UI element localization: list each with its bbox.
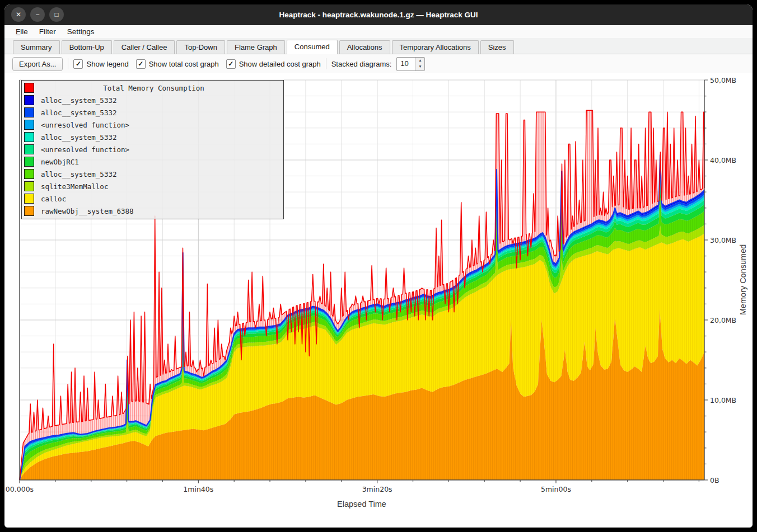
legend-label: rawNewObj__system_6388 — [41, 207, 134, 215]
maximize-button[interactable]: □ — [49, 7, 64, 22]
legend-item: calloc — [22, 192, 283, 205]
show-detailed-cost-graph-checkbox[interactable]: ✓Show detailed cost graph — [226, 59, 321, 69]
legend-label: alloc__system_5332 — [41, 133, 116, 142]
legend-swatch-icon — [24, 95, 34, 105]
legend-swatch-icon — [24, 194, 34, 204]
legend-item: <unresolved function> — [22, 119, 283, 131]
svg-text:5min00s: 5min00s — [541, 485, 571, 493]
legend-swatch-icon — [24, 83, 34, 93]
svg-text:00.000s: 00.000s — [6, 485, 34, 493]
svg-text:1min40s: 1min40s — [183, 485, 213, 493]
checkbox-group: ✓Show legend✓Show total cost graph✓Show … — [73, 59, 320, 69]
svg-text:30,0MB: 30,0MB — [710, 236, 736, 244]
toolbar-separator — [68, 58, 68, 69]
legend-label: alloc__system_5332 — [41, 170, 116, 178]
window-controls: ✕ − □ — [11, 7, 64, 22]
legend-swatch-icon — [24, 157, 34, 167]
spinner-value[interactable]: 10 — [397, 58, 415, 70]
tab-temporary-allocations[interactable]: Temporary Allocations — [392, 40, 479, 54]
svg-text:40,0MB: 40,0MB — [710, 156, 736, 164]
tab-summary[interactable]: Summary — [13, 40, 60, 54]
tab-caller-callee[interactable]: Caller / Callee — [114, 40, 175, 54]
checkmark-icon: ✓ — [136, 59, 146, 69]
tab-bar: SummaryBottom-UpCaller / CalleeTop-DownF… — [4, 38, 753, 54]
show-total-cost-graph-checkbox[interactable]: ✓Show total cost graph — [136, 59, 219, 69]
svg-text:50,0MB: 50,0MB — [710, 76, 736, 84]
svg-text:3min20s: 3min20s — [362, 485, 392, 493]
chart-legend: Total Memory Consumptionalloc__system_53… — [21, 80, 284, 219]
checkbox-label: Show legend — [86, 60, 128, 68]
menu-item-settings[interactable]: Settings — [62, 26, 100, 37]
tab-flame-graph[interactable]: Flame Graph — [227, 40, 285, 54]
legend-item: rawNewObj__system_6388 — [22, 205, 283, 217]
toolbar-separator — [326, 58, 326, 69]
svg-text:20,0MB: 20,0MB — [710, 316, 736, 324]
legend-label: alloc__system_5332 — [41, 96, 116, 105]
legend-label: <unresolved function> — [41, 121, 129, 129]
legend-item: alloc__system_5332 — [22, 131, 283, 143]
svg-text:10,0MB: 10,0MB — [710, 396, 736, 404]
checkmark-icon: ✓ — [226, 59, 236, 69]
legend-swatch-icon — [24, 120, 34, 130]
checkbox-label: Show detailed cost graph — [239, 60, 321, 68]
legend-item: Total Memory Consumption — [22, 82, 283, 94]
consumed-chart-panel: 00.000s1min40s3min20s5min00s0B10,0MB20,0… — [4, 73, 753, 528]
tab-top-down[interactable]: Top-Down — [176, 40, 225, 54]
legend-item: <unresolved function> — [22, 143, 283, 156]
title-bar[interactable]: ✕ − □ Heaptrack - heaptrack.wakunode.1.g… — [4, 4, 753, 25]
legend-swatch-icon — [24, 144, 34, 154]
legend-label: alloc__system_5332 — [41, 109, 116, 117]
window-title: Heaptrack - heaptrack.wakunode.1.gz — He… — [4, 4, 753, 25]
tab-bottom-up[interactable]: Bottom-Up — [62, 40, 112, 54]
tab-consumed[interactable]: Consumed — [287, 40, 338, 54]
legend-item: newObjRC1 — [22, 156, 283, 168]
legend-swatch-icon — [24, 169, 34, 179]
checkbox-label: Show total cost graph — [149, 60, 219, 68]
menu-bar: FileFilterSettings — [4, 25, 753, 38]
close-button[interactable]: ✕ — [11, 7, 26, 22]
stacked-diagrams-label: Stacked diagrams: — [331, 60, 392, 68]
show-legend-checkbox[interactable]: ✓Show legend — [73, 59, 128, 69]
x-axis-label: Elapsed Time — [4, 500, 719, 509]
svg-text:0B: 0B — [710, 476, 719, 484]
heaptrack-window: ✕ − □ Heaptrack - heaptrack.wakunode.1.g… — [4, 4, 753, 528]
legend-label: newObjRC1 — [41, 158, 79, 166]
stacked-diagrams-spinner[interactable]: 10 ▲ ▼ — [396, 57, 425, 71]
legend-item: alloc__system_5332 — [22, 106, 283, 119]
legend-label: sqlite3MemMalloc — [41, 182, 108, 191]
legend-label: calloc — [41, 195, 66, 203]
menu-item-filter[interactable]: Filter — [34, 26, 62, 37]
legend-label: <unresolved function> — [41, 145, 129, 154]
menu-item-file[interactable]: File — [10, 26, 34, 37]
legend-swatch-icon — [24, 132, 34, 142]
spinner-buttons: ▲ ▼ — [415, 58, 424, 70]
y-axis-label: Memory Consumed — [739, 244, 747, 316]
legend-item: sqlite3MemMalloc — [22, 180, 283, 192]
export-as-button[interactable]: Export As... — [12, 57, 63, 71]
spinner-down-icon[interactable]: ▼ — [415, 64, 424, 70]
minimize-button[interactable]: − — [30, 7, 45, 22]
toolbar: Export As... ✓Show legend✓Show total cos… — [4, 54, 753, 73]
tab-allocations[interactable]: Allocations — [339, 40, 390, 54]
tab-sizes[interactable]: Sizes — [480, 40, 514, 54]
legend-swatch-icon — [24, 181, 34, 191]
legend-item: alloc__system_5332 — [22, 168, 283, 180]
legend-item: alloc__system_5332 — [22, 94, 283, 106]
spinner-up-icon[interactable]: ▲ — [415, 58, 424, 64]
legend-swatch-icon — [24, 206, 34, 216]
checkmark-icon: ✓ — [73, 59, 83, 69]
legend-label: Total Memory Consumption — [34, 84, 273, 92]
legend-swatch-icon — [24, 107, 34, 117]
